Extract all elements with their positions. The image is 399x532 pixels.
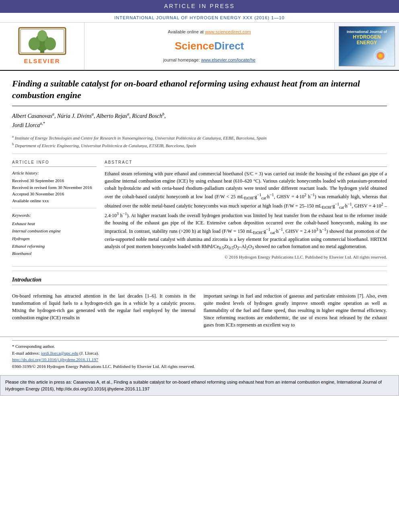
corresponding-author-note: * Corresponding author.: [12, 343, 387, 350]
accepted-date: Accepted 30 November 2016: [12, 191, 97, 197]
keyword-exhaust-heat: Exhaust heat: [12, 220, 97, 228]
top-header: ELSEVIER Available online at www.science…: [0, 23, 399, 71]
journal-cover-title: International Journal of HYDROGENENERGY: [341, 30, 392, 46]
journal-homepage-url[interactable]: www.elsevier.com/locate/he: [201, 58, 255, 62]
introduction-heading: Introduction: [12, 276, 387, 286]
keywords-title: Keywords:: [12, 212, 97, 218]
sciencedirect-title: ScienceDirect: [175, 39, 244, 53]
paper-title: Finding a suitable catalyst for on-board…: [12, 78, 387, 101]
sciencedirect-sci: Science: [175, 40, 214, 52]
svg-point-3: [45, 37, 56, 50]
email-label: E-mail address:: [12, 351, 40, 355]
sciencedirect-direct: Direct: [214, 40, 244, 52]
available-online: Available online xxx: [12, 197, 97, 204]
article-info-column: ARTICLE INFO Article history: Received 3…: [12, 160, 97, 261]
footnote-divider: [12, 340, 387, 341]
issn-footnote: 0360-3199/© 2016 Hydrogen Energy Publica…: [12, 363, 387, 370]
keywords-list: Exhaust heat Internal combustion engine …: [12, 220, 97, 257]
keyword-ice: Internal combustion engine: [12, 227, 97, 235]
journal-cover-image: International Journal of HYDROGENENERGY: [339, 26, 395, 66]
paper-content: Finding a suitable catalyst for on-board…: [0, 71, 399, 333]
article-info-header: ARTICLE INFO: [12, 160, 97, 167]
received-date: Received 30 September 2016: [12, 177, 97, 184]
svg-point-9: [378, 54, 383, 58]
elsevier-logo-box: ELSEVIER: [0, 23, 84, 70]
intro-right-column: important savings in fuel and reduction …: [204, 292, 387, 329]
elsevier-label: ELSEVIER: [24, 57, 60, 65]
intro-left-column: On-board reforming has attracted attenti…: [12, 292, 195, 329]
introduction-text-columns: On-board reforming has attracted attenti…: [12, 288, 387, 329]
hydrogen-energy-journal-box: International Journal of HYDROGENENERGY: [335, 23, 399, 70]
svg-point-4: [37, 30, 47, 41]
abstract-column: ABSTRACT Ethanol steam reforming with pu…: [105, 160, 387, 261]
citation-bar: Please cite this article in press as: Ca…: [0, 375, 399, 396]
email-footnote: E-mail address: jordi.llorca@upc.edu (J.…: [12, 350, 387, 357]
affiliation-a: a Institute of Energy Technologies and C…: [12, 134, 387, 141]
email-person: (J. Llorca).: [79, 351, 99, 355]
article-history-title: Article history:: [12, 170, 97, 176]
authors-line: Albert Casanovasa, Núria J. Divinsa, Alb…: [12, 111, 387, 129]
affiliation-b: b Department of Electric Engineering, Un…: [12, 142, 387, 149]
journal-cover-decoration: [368, 48, 393, 64]
paper-title-section: Finding a suitable catalyst for on-board…: [12, 71, 387, 106]
svg-point-2: [29, 37, 40, 50]
journal-homepage-text: journal homepage: www.elsevier.com/locat…: [163, 57, 255, 63]
article-body: ARTICLE INFO Article history: Received 3…: [12, 154, 387, 267]
corresponding-label: * Corresponding author.: [12, 344, 55, 349]
affiliations-section: a Institute of Energy Technologies and C…: [12, 131, 387, 154]
intro-right-text: important savings in fuel and reduction …: [204, 292, 387, 329]
doi-link[interactable]: http://dx.doi.org/10.1016/j.ijhydene.201…: [12, 357, 98, 362]
abstract-text: Ethanol steam reforming with pure ethano…: [105, 170, 387, 251]
info-divider: [12, 208, 97, 208]
keyword-bioethanol: Bioethanol: [12, 250, 97, 257]
keyword-ethanol-reforming: Ethanol reforming: [12, 242, 97, 250]
abstract-header: ABSTRACT: [105, 160, 387, 167]
email-link[interactable]: jordi.llorca@upc.edu: [41, 351, 78, 355]
intro-left-text: On-board reforming has attracted attenti…: [12, 292, 195, 321]
keyword-hydrogen: Hydrogen: [12, 235, 97, 242]
body-divider: [12, 271, 387, 271]
authors-section: Albert Casanovasa, Núria J. Divinsa, Alb…: [12, 106, 387, 131]
article-in-press-banner: ARTICLE IN PRESS: [0, 0, 399, 13]
doi-footnote: http://dx.doi.org/10.1016/j.ijhydene.201…: [12, 356, 387, 363]
footnote-area: * Corresponding author. E-mail address: …: [0, 337, 399, 373]
available-online-text: Available online at www.sciencedirect.co…: [168, 29, 251, 35]
copyright-line: © 2016 Hydrogen Energy Publications LLC.…: [105, 254, 387, 260]
revised-date: Received in revised form 30 November 201…: [12, 184, 97, 191]
sciencedirect-box: Available online at www.sciencedirect.co…: [84, 23, 335, 70]
sciencedirect-url[interactable]: www.sciencedirect.com: [205, 29, 251, 34]
introduction-section: Introduction On-board reforming has attr…: [12, 276, 387, 333]
journal-header-line: INTERNATIONAL JOURNAL OF HYDROGEN ENERGY…: [0, 13, 399, 23]
elsevier-tree-icon: [18, 27, 66, 55]
